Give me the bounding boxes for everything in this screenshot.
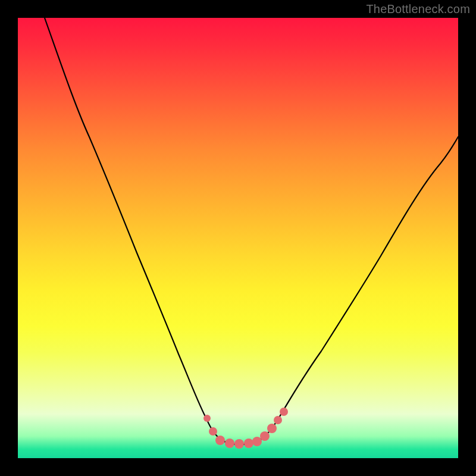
trough-marker xyxy=(203,415,211,422)
trough-marker xyxy=(234,439,244,449)
trough-marker-group xyxy=(203,408,288,449)
trough-marker xyxy=(225,439,234,448)
gradient-plot-area xyxy=(18,18,458,458)
curve-svg xyxy=(18,18,458,458)
trough-marker xyxy=(274,416,282,424)
trough-marker xyxy=(209,427,217,436)
chart-frame: TheBottleneck.com xyxy=(0,0,476,476)
bottleneck-curve xyxy=(45,18,458,444)
trough-marker xyxy=(260,431,270,441)
trough-marker xyxy=(215,436,225,445)
trough-marker xyxy=(267,424,277,433)
trough-marker xyxy=(252,437,262,446)
watermark-text: TheBottleneck.com xyxy=(366,2,470,16)
trough-marker xyxy=(280,408,288,416)
trough-marker xyxy=(244,439,253,448)
